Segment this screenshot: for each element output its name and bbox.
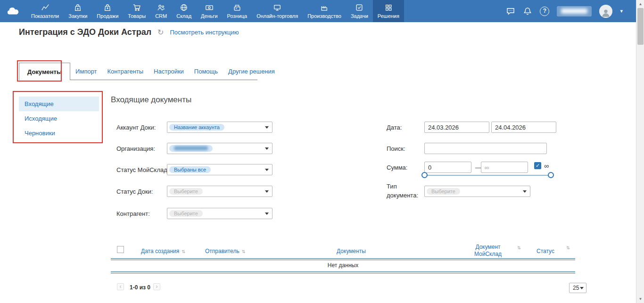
- people-icon: [157, 3, 165, 12]
- column-header-documents[interactable]: Документы: [325, 248, 377, 254]
- table-divider-top: [111, 258, 575, 260]
- date-from-input[interactable]: [424, 122, 489, 133]
- nav-item-sales[interactable]: Продажи: [92, 0, 123, 22]
- nav-item-label: Склад: [176, 13, 191, 19]
- organization-select[interactable]: [167, 143, 272, 154]
- nav-item-tasks[interactable]: Задачи: [346, 0, 373, 22]
- column-header-status[interactable]: Статус: [537, 248, 554, 254]
- tabs-bar: Документы Импорт Контрагенты Настройки П…: [19, 63, 280, 80]
- column-header-created-date[interactable]: Дата создания⇅: [141, 248, 185, 254]
- sidebar-item-outgoing[interactable]: Исходящие: [19, 111, 99, 126]
- view-instruction-link[interactable]: Посмотреть инструкцию: [170, 29, 239, 36]
- tab-settings[interactable]: Настройки: [149, 68, 189, 75]
- date-to-input[interactable]: [491, 122, 556, 133]
- help-icon[interactable]: ?: [540, 7, 549, 16]
- nav-item-solutions[interactable]: Решения: [373, 0, 404, 22]
- selected-value-pill-blurred: [169, 145, 213, 152]
- sidebar-item-incoming[interactable]: Входящие: [19, 97, 99, 111]
- sort-icon[interactable]: ⇅: [566, 246, 570, 250]
- cloud-logo-icon: [6, 7, 20, 16]
- sum-to-input[interactable]: [481, 162, 528, 173]
- sort-icon[interactable]: ⇅: [242, 249, 246, 254]
- banknote-icon: [205, 3, 214, 12]
- tab-other-solutions[interactable]: Другие решения: [223, 68, 280, 75]
- nav-item-label: Производство: [307, 13, 341, 19]
- search-label: Поиск:: [387, 145, 405, 152]
- nav-item-label: Продажи: [97, 13, 118, 19]
- placeholder-pill: Выберите: [169, 188, 203, 195]
- factory-icon: [320, 3, 329, 12]
- nav-item-money[interactable]: Деньги: [196, 0, 223, 22]
- column-header-moysklad-document[interactable]: Документ МойСклад: [462, 244, 514, 258]
- section-heading: Входящие документы: [111, 95, 191, 105]
- status-doki-select[interactable]: Выберите: [167, 186, 272, 197]
- cash-register-icon: [233, 3, 241, 12]
- column-header-sender[interactable]: Отправитель⇅: [205, 248, 245, 254]
- scrollbar-thumb[interactable]: [637, 8, 644, 45]
- sum-slider-handle-left[interactable]: [421, 172, 428, 178]
- nav-item-label: Онлайн-торговля: [256, 13, 298, 19]
- scroll-down-icon[interactable]: ▼: [636, 295, 644, 303]
- user-name-blurred[interactable]: [557, 6, 592, 16]
- cart-icon: [132, 3, 141, 12]
- sales-bag-icon: [103, 3, 112, 12]
- pagination-range: 1-0 из 0: [130, 284, 150, 291]
- checklist-icon: [355, 3, 363, 12]
- page-size-select[interactable]: 25: [569, 283, 586, 293]
- tab-help[interactable]: Помощь: [189, 68, 223, 75]
- status-moysklad-select[interactable]: Выбраны все: [167, 164, 272, 175]
- nav-item-indicators[interactable]: Показатели: [26, 0, 64, 22]
- counterparty-select[interactable]: Выберите: [167, 208, 272, 219]
- vertical-scrollbar[interactable]: ▲ ▼: [636, 0, 644, 303]
- chevron-down-icon: [580, 287, 584, 289]
- sum-range-slider[interactable]: [424, 175, 551, 176]
- nav-item-label: Решения: [378, 13, 399, 19]
- search-input[interactable]: [424, 143, 547, 154]
- chevron-down-icon: [265, 169, 269, 171]
- chevron-down-icon[interactable]: ▾: [620, 8, 623, 14]
- nav-item-label: Показатели: [31, 13, 59, 19]
- table-divider-bottom: [111, 271, 575, 273]
- refresh-icon[interactable]: ↻: [157, 28, 164, 37]
- doki-account-select[interactable]: Название аккаунта: [167, 122, 272, 133]
- person-icon: [601, 8, 611, 18]
- nav-item-purchases[interactable]: Закупки: [64, 0, 92, 22]
- blur-smear: [561, 8, 587, 14]
- infinity-checkbox[interactable]: ✓: [534, 162, 541, 169]
- filters-right-column: Дата: Поиск: Сумма: — ✓ ∞ Тип документа:…: [387, 122, 589, 223]
- nav-item-online-trade[interactable]: Онлайн-торговля: [252, 0, 303, 22]
- sidebar-item-drafts[interactable]: Черновики: [19, 126, 99, 140]
- page-size-value: 25: [573, 285, 579, 291]
- sum-label: Сумма:: [387, 164, 407, 171]
- pagination-prev-button[interactable]: ‹: [117, 283, 124, 290]
- bell-icon[interactable]: [523, 7, 532, 16]
- nav-item-label: Розница: [227, 13, 248, 19]
- chevron-down-icon: [265, 190, 269, 193]
- tab-counterparties[interactable]: Контрагенты: [102, 68, 149, 75]
- nav-item-warehouse[interactable]: Склад: [172, 0, 196, 22]
- blur-smear: [174, 146, 208, 150]
- nav-item-label: Товары: [128, 13, 146, 19]
- nav-item-label: Задачи: [351, 13, 368, 19]
- nav-item-retail[interactable]: Розница: [223, 0, 252, 22]
- documents-sidebar: Входящие Исходящие Черновики: [19, 97, 99, 140]
- nav-item-crm[interactable]: CRM: [150, 0, 172, 22]
- nav-item-label: CRM: [155, 13, 167, 19]
- avatar[interactable]: [599, 5, 612, 18]
- sort-icon[interactable]: ⇅: [182, 249, 185, 254]
- nav-item-goods[interactable]: Товары: [123, 0, 150, 22]
- sum-from-input[interactable]: [424, 162, 471, 173]
- scroll-up-icon[interactable]: ▲: [636, 0, 644, 8]
- purchases-bag-icon: [74, 3, 82, 12]
- top-navigation-bar: Показатели Закупки Продажи Товары CRM Ск…: [0, 0, 636, 22]
- nav-item-production[interactable]: Производство: [303, 0, 346, 22]
- tab-documents[interactable]: Документы: [19, 63, 70, 80]
- select-all-checkbox[interactable]: [117, 246, 124, 253]
- chat-icon[interactable]: [506, 7, 515, 16]
- tab-import[interactable]: Импорт: [70, 68, 102, 75]
- sort-icon[interactable]: ⇅: [517, 246, 521, 250]
- sum-slider-handle-right[interactable]: [548, 172, 554, 178]
- doc-type-select[interactable]: Выберите: [424, 186, 530, 197]
- app-logo[interactable]: [0, 0, 26, 22]
- pagination-next-button[interactable]: ›: [153, 283, 160, 290]
